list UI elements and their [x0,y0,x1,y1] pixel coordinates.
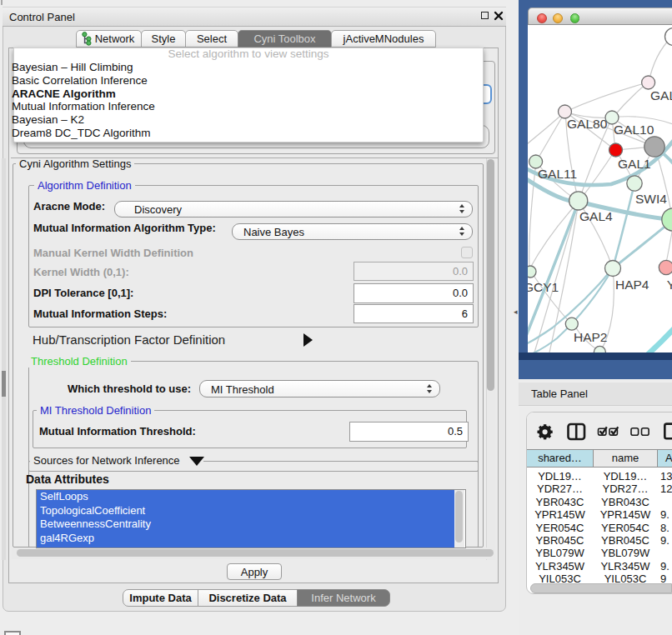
svg-text:GAL11: GAL11 [538,167,577,181]
svg-text:GAL80: GAL80 [567,117,608,131]
svg-text:GAL1: GAL1 [618,157,651,171]
svg-text:GAL10: GAL10 [614,122,654,137]
svg-text:GCY1: GCY1 [528,280,559,294]
svg-text:GAL80: GAL80 [650,88,672,102]
svg-text:HAP4: HAP4 [615,278,649,292]
svg-text:SWI4: SWI4 [635,192,667,206]
svg-text:Y: Y [667,278,672,292]
svg-text:HAP2: HAP2 [574,330,608,344]
svg-text:GAL4: GAL4 [579,209,613,223]
